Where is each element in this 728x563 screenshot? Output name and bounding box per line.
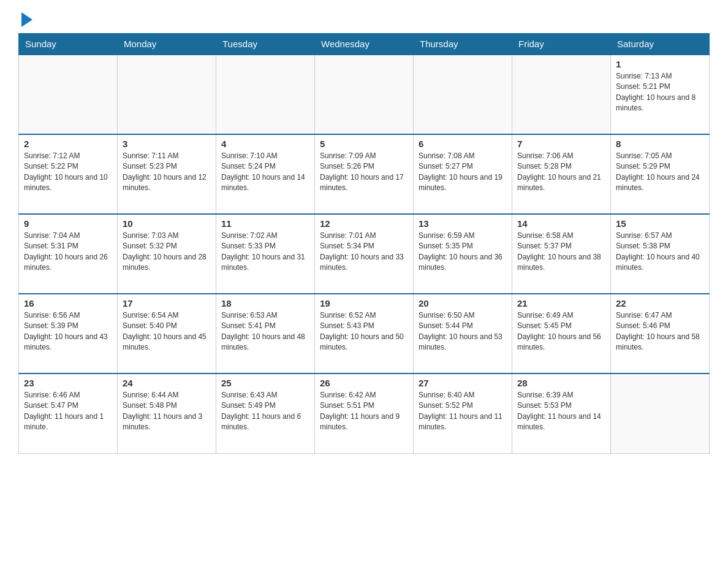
day-info: Sunrise: 6:59 AM Sunset: 5:35 PM Dayligh… xyxy=(419,231,507,274)
day-number: 7 xyxy=(517,139,605,149)
calendar-cell: 21Sunrise: 6:49 AM Sunset: 5:45 PM Dayli… xyxy=(512,294,611,373)
calendar-cell: 18Sunrise: 6:53 AM Sunset: 5:41 PM Dayli… xyxy=(216,294,315,373)
day-number: 25 xyxy=(221,378,309,388)
day-info: Sunrise: 7:09 AM Sunset: 5:26 PM Dayligh… xyxy=(320,151,408,194)
calendar-cell xyxy=(216,55,315,134)
calendar-cell: 19Sunrise: 6:52 AM Sunset: 5:43 PM Dayli… xyxy=(315,294,414,373)
calendar-cell: 8Sunrise: 7:05 AM Sunset: 5:29 PM Daylig… xyxy=(611,134,710,214)
day-number: 14 xyxy=(517,218,605,229)
calendar-cell: 12Sunrise: 7:01 AM Sunset: 5:34 PM Dayli… xyxy=(315,214,414,294)
calendar-cell: 4Sunrise: 7:10 AM Sunset: 5:24 PM Daylig… xyxy=(216,134,315,214)
weekday-header: Friday xyxy=(512,34,611,55)
day-info: Sunrise: 6:50 AM Sunset: 5:44 PM Dayligh… xyxy=(419,310,507,353)
day-number: 19 xyxy=(320,298,408,308)
calendar-cell: 9Sunrise: 7:04 AM Sunset: 5:31 PM Daylig… xyxy=(19,214,118,294)
calendar-cell xyxy=(19,55,118,134)
logo-triangle-icon xyxy=(21,12,32,27)
weekday-header: Tuesday xyxy=(216,34,315,55)
weekday-header: Saturday xyxy=(611,34,710,55)
day-info: Sunrise: 6:57 AM Sunset: 5:38 PM Dayligh… xyxy=(616,231,704,274)
calendar-week-row: 23Sunrise: 6:46 AM Sunset: 5:47 PM Dayli… xyxy=(19,373,710,453)
day-info: Sunrise: 7:13 AM Sunset: 5:21 PM Dayligh… xyxy=(616,71,704,114)
calendar-cell xyxy=(414,55,512,134)
calendar-cell: 3Sunrise: 7:11 AM Sunset: 5:23 PM Daylig… xyxy=(118,134,216,214)
day-number: 5 xyxy=(320,139,408,149)
calendar-cell: 25Sunrise: 6:43 AM Sunset: 5:49 PM Dayli… xyxy=(216,373,315,453)
weekday-header-row: SundayMondayTuesdayWednesdayThursdayFrid… xyxy=(19,34,710,55)
day-number: 11 xyxy=(221,218,309,229)
day-info: Sunrise: 6:56 AM Sunset: 5:39 PM Dayligh… xyxy=(24,310,112,353)
calendar-cell: 14Sunrise: 6:58 AM Sunset: 5:37 PM Dayli… xyxy=(512,214,611,294)
calendar-cell: 10Sunrise: 7:03 AM Sunset: 5:32 PM Dayli… xyxy=(118,214,216,294)
day-number: 13 xyxy=(419,218,507,229)
calendar-cell: 16Sunrise: 6:56 AM Sunset: 5:39 PM Dayli… xyxy=(19,294,118,373)
page-header xyxy=(18,12,710,27)
day-number: 3 xyxy=(123,139,211,149)
day-info: Sunrise: 7:08 AM Sunset: 5:27 PM Dayligh… xyxy=(419,151,507,194)
day-info: Sunrise: 6:40 AM Sunset: 5:52 PM Dayligh… xyxy=(419,390,507,433)
calendar-week-row: 9Sunrise: 7:04 AM Sunset: 5:31 PM Daylig… xyxy=(19,214,710,294)
calendar-cell: 23Sunrise: 6:46 AM Sunset: 5:47 PM Dayli… xyxy=(19,373,118,453)
calendar-table: SundayMondayTuesdayWednesdayThursdayFrid… xyxy=(18,33,710,454)
day-info: Sunrise: 7:01 AM Sunset: 5:34 PM Dayligh… xyxy=(320,231,408,274)
day-info: Sunrise: 6:39 AM Sunset: 5:53 PM Dayligh… xyxy=(517,390,605,433)
day-number: 15 xyxy=(616,218,704,229)
weekday-header: Sunday xyxy=(19,34,118,55)
calendar-cell xyxy=(315,55,414,134)
day-info: Sunrise: 7:06 AM Sunset: 5:28 PM Dayligh… xyxy=(517,151,605,194)
day-number: 20 xyxy=(419,298,507,308)
day-number: 10 xyxy=(123,218,211,229)
day-number: 18 xyxy=(221,298,309,308)
weekday-header: Wednesday xyxy=(315,34,414,55)
day-info: Sunrise: 7:03 AM Sunset: 5:32 PM Dayligh… xyxy=(123,231,211,274)
day-number: 26 xyxy=(320,378,408,388)
calendar-cell: 11Sunrise: 7:02 AM Sunset: 5:33 PM Dayli… xyxy=(216,214,315,294)
weekday-header: Monday xyxy=(118,34,216,55)
calendar-cell: 7Sunrise: 7:06 AM Sunset: 5:28 PM Daylig… xyxy=(512,134,611,214)
calendar-cell: 24Sunrise: 6:44 AM Sunset: 5:48 PM Dayli… xyxy=(118,373,216,453)
day-info: Sunrise: 6:54 AM Sunset: 5:40 PM Dayligh… xyxy=(123,310,211,353)
day-number: 6 xyxy=(419,139,507,149)
day-info: Sunrise: 6:52 AM Sunset: 5:43 PM Dayligh… xyxy=(320,310,408,353)
calendar-week-row: 2Sunrise: 7:12 AM Sunset: 5:22 PM Daylig… xyxy=(19,134,710,214)
calendar-cell xyxy=(512,55,611,134)
day-number: 12 xyxy=(320,218,408,229)
calendar-cell xyxy=(118,55,216,134)
day-info: Sunrise: 6:58 AM Sunset: 5:37 PM Dayligh… xyxy=(517,231,605,274)
day-number: 22 xyxy=(616,298,704,308)
day-number: 17 xyxy=(123,298,211,308)
calendar-cell: 22Sunrise: 6:47 AM Sunset: 5:46 PM Dayli… xyxy=(611,294,710,373)
calendar-cell: 1Sunrise: 7:13 AM Sunset: 5:21 PM Daylig… xyxy=(611,55,710,134)
calendar-cell xyxy=(611,373,710,453)
day-info: Sunrise: 7:10 AM Sunset: 5:24 PM Dayligh… xyxy=(221,151,309,194)
day-number: 1 xyxy=(616,59,704,69)
day-number: 23 xyxy=(24,378,112,388)
day-info: Sunrise: 6:44 AM Sunset: 5:48 PM Dayligh… xyxy=(123,390,211,433)
day-info: Sunrise: 6:49 AM Sunset: 5:45 PM Dayligh… xyxy=(517,310,605,353)
calendar-cell: 13Sunrise: 6:59 AM Sunset: 5:35 PM Dayli… xyxy=(414,214,512,294)
calendar-cell: 26Sunrise: 6:42 AM Sunset: 5:51 PM Dayli… xyxy=(315,373,414,453)
day-number: 27 xyxy=(419,378,507,388)
day-number: 28 xyxy=(517,378,605,388)
day-info: Sunrise: 7:04 AM Sunset: 5:31 PM Dayligh… xyxy=(24,231,112,274)
day-number: 4 xyxy=(221,139,309,149)
day-number: 16 xyxy=(24,298,112,308)
day-info: Sunrise: 6:42 AM Sunset: 5:51 PM Dayligh… xyxy=(320,390,408,433)
day-info: Sunrise: 7:11 AM Sunset: 5:23 PM Dayligh… xyxy=(123,151,211,194)
calendar-week-row: 16Sunrise: 6:56 AM Sunset: 5:39 PM Dayli… xyxy=(19,294,710,373)
day-number: 2 xyxy=(24,139,112,149)
calendar-cell: 28Sunrise: 6:39 AM Sunset: 5:53 PM Dayli… xyxy=(512,373,611,453)
calendar-cell: 5Sunrise: 7:09 AM Sunset: 5:26 PM Daylig… xyxy=(315,134,414,214)
logo xyxy=(18,12,32,27)
day-info: Sunrise: 6:43 AM Sunset: 5:49 PM Dayligh… xyxy=(221,390,309,433)
day-number: 8 xyxy=(616,139,704,149)
day-info: Sunrise: 6:53 AM Sunset: 5:41 PM Dayligh… xyxy=(221,310,309,353)
calendar-week-row: 1Sunrise: 7:13 AM Sunset: 5:21 PM Daylig… xyxy=(19,55,710,134)
day-number: 9 xyxy=(24,218,112,229)
day-info: Sunrise: 7:05 AM Sunset: 5:29 PM Dayligh… xyxy=(616,151,704,194)
day-number: 24 xyxy=(123,378,211,388)
day-info: Sunrise: 7:02 AM Sunset: 5:33 PM Dayligh… xyxy=(221,231,309,274)
calendar-cell: 6Sunrise: 7:08 AM Sunset: 5:27 PM Daylig… xyxy=(414,134,512,214)
calendar-cell: 17Sunrise: 6:54 AM Sunset: 5:40 PM Dayli… xyxy=(118,294,216,373)
day-info: Sunrise: 6:46 AM Sunset: 5:47 PM Dayligh… xyxy=(24,390,112,433)
